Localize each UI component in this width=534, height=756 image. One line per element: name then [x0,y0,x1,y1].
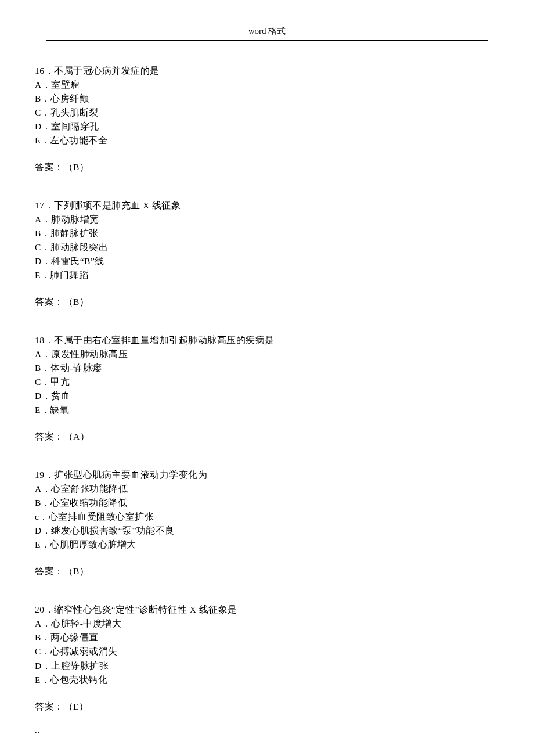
answer-line: 答案：（B） [35,295,499,309]
question-stem: 17．下列哪项不是肺充血 X 线征象 [35,199,499,213]
question-stem: 16．不属于冠心病并发症的是 [35,64,499,78]
option: B．两心缘僵直 [35,631,499,645]
option: D．上腔静脉扩张 [35,659,499,673]
option: A．肺动脉增宽 [35,213,499,226]
option: D．科雷氏“B”线 [35,254,499,268]
content-area: 16．不属于冠心病并发症的是 A．室壁瘤 B．心房纤颤 C．乳头肌断裂 D．室间… [0,41,534,714]
answer-line: 答案：（E） [35,700,499,714]
option: A．心脏轻-中度增大 [35,617,499,631]
question-number: 17． [35,200,54,210]
question-number: 16． [35,66,54,75]
page-header: word 格式 [46,0,488,41]
question-stem: 20．缩窄性心包炎“定性”诊断特征性 X 线征象是 [35,603,499,617]
option: E．心肌肥厚致心脏增大 [35,538,499,552]
question-text: 不属于由右心室排血量增加引起肺动脉高压的疾病是 [54,335,275,345]
option: D．室间隔穿孔 [35,120,499,134]
answer-line: 答案：（A） [35,430,499,444]
question-number: 18． [35,335,54,345]
question-block: 20．缩窄性心包炎“定性”诊断特征性 X 线征象是 A．心脏轻-中度增大 B．两… [35,603,499,713]
option: B．心房纤颤 [35,92,499,106]
question-block: 18．不属于由右心室排血量增加引起肺动脉高压的疾病是 A．原发性肺动脉高压 B．… [35,333,499,444]
question-block: 17．下列哪项不是肺充血 X 线征象 A．肺动脉增宽 B．肺静脉扩张 C．肺动脉… [35,199,499,309]
option: E．缺氧 [35,403,499,417]
page-footer: .. [35,725,41,735]
answer-line: 答案：（B） [35,564,499,578]
question-stem: 18．不属于由右心室排血量增加引起肺动脉高压的疾病是 [35,333,499,347]
question-block: 16．不属于冠心病并发症的是 A．室壁瘤 B．心房纤颤 C．乳头肌断裂 D．室间… [35,64,499,174]
option: A．心室舒张功能降低 [35,482,499,496]
option: B．肺静脉扩张 [35,226,499,240]
option: c．心室排血受阻致心室扩张 [35,510,499,524]
question-number: 19． [35,470,54,480]
option: D．继发心肌损害致“泵”功能不良 [35,524,499,538]
option: C．肺动脉段突出 [35,240,499,254]
option: B．体动-静脉瘘 [35,361,499,375]
question-block: 19．扩张型心肌病主要血液动力学变化为 A．心室舒张功能降低 B．心室收缩功能降… [35,468,499,578]
question-text: 下列哪项不是肺充血 X 线征象 [54,200,181,210]
answer-line: 答案：（B） [35,160,499,174]
option: E．左心功能不全 [35,134,499,147]
option: E．肺门舞蹈 [35,268,499,282]
question-text: 扩张型心肌病主要血液动力学变化为 [54,470,207,480]
option: C．乳头肌断裂 [35,106,499,120]
option: A．室壁瘤 [35,78,499,92]
option: E．心包壳状钙化 [35,673,499,687]
question-stem: 19．扩张型心肌病主要血液动力学变化为 [35,468,499,482]
option: B．心室收缩功能降低 [35,496,499,510]
option: A．原发性肺动脉高压 [35,347,499,361]
option: C．甲亢 [35,375,499,389]
question-number: 20． [35,604,54,614]
option: D．贫血 [35,389,499,403]
question-text: 不属于冠心病并发症的是 [54,66,160,75]
question-text: 缩窄性心包炎“定性”诊断特征性 X 线征象是 [54,604,237,614]
option: C．心搏减弱或消失 [35,645,499,658]
